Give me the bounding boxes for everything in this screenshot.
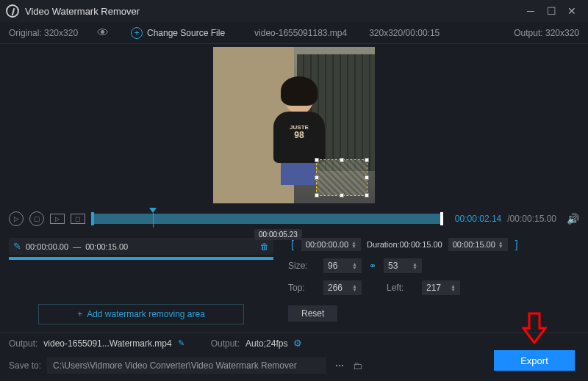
preview-toggle-icon[interactable]: 👁 — [97, 26, 109, 40]
save-to-label: Save to: — [9, 360, 41, 371]
watermark-selection-box[interactable] — [316, 159, 368, 196]
left-label: Left: — [387, 283, 415, 293]
titlebar: Video Watermark Remover ─ ☐ ✕ — [0, 0, 588, 22]
reset-button[interactable]: Reset — [288, 305, 337, 322]
change-source-button[interactable]: Change Source File — [147, 28, 225, 38]
aspect-lock-icon[interactable]: ⚭ — [369, 261, 376, 271]
brush-icon: ✎ — [13, 241, 21, 252]
next-frame-button[interactable]: ▢ — [71, 214, 85, 224]
segment-bar[interactable] — [9, 257, 273, 260]
close-button[interactable]: ✕ — [562, 5, 582, 17]
minimize-button[interactable]: ─ — [520, 5, 541, 17]
stop-button[interactable]: ▢ — [29, 211, 44, 226]
volume-icon[interactable]: 🔊 — [567, 213, 579, 225]
size-label: Size: — [288, 261, 316, 271]
left-input[interactable]: 217▲▼ — [422, 280, 460, 295]
total-time: /00:00:15.00 — [507, 214, 556, 224]
play-button[interactable]: ▷ — [9, 211, 24, 226]
output-dimensions: Output: 320x320 — [514, 28, 579, 38]
output-settings-icon[interactable]: ⚙ — [293, 338, 302, 349]
playback-controls: ▷ ▢ ▷ ▢ 00:00:02.14/00:00:15.00 🔊 — [0, 206, 588, 232]
plus-icon: + — [77, 309, 82, 319]
timeline-scrubber[interactable] — [91, 214, 443, 224]
preview-area: JUSTE98 — [0, 44, 588, 206]
prev-frame-button[interactable]: ▷ — [50, 214, 65, 224]
spinner-icon[interactable]: ▲▼ — [351, 241, 356, 248]
segment-row[interactable]: ✎ 00:00:00.00 — 00:00:15.00 🗑 — [9, 238, 273, 255]
output-format-value: Auto;24fps — [245, 338, 287, 349]
edit-output-name-icon[interactable]: ✎ — [178, 338, 184, 348]
segment-start: 00:00:00.00 — [26, 242, 68, 251]
annotation-arrow-icon — [522, 312, 547, 344]
range-start-input[interactable]: 00:00:00.00▲▼ — [301, 238, 361, 251]
open-folder-icon[interactable]: 🗀 — [353, 360, 362, 371]
plus-circle-icon[interactable]: + — [131, 27, 143, 39]
spinner-icon[interactable]: ▲▼ — [498, 241, 503, 248]
width-input[interactable]: 96▲▼ — [323, 258, 362, 273]
source-dimensions-duration: 320x320/00:00:15 — [369, 28, 440, 38]
range-end-input[interactable]: 00:00:15.00▲▼ — [448, 238, 508, 251]
maximize-button[interactable]: ☐ — [541, 5, 562, 17]
top-label: Top: — [288, 283, 316, 293]
output-file-label: Output: — [9, 338, 37, 349]
topbar: Original: 320x320 👁 + Change Source File… — [0, 22, 588, 44]
duration-label: Duration:00:00:15.00 — [365, 238, 444, 251]
top-input[interactable]: 266▲▼ — [323, 280, 362, 295]
app-logo-icon — [6, 4, 19, 18]
range-end-handle[interactable] — [440, 212, 443, 225]
playhead-tooltip: 00:00:05.23 — [254, 229, 302, 240]
range-start-handle[interactable] — [91, 212, 94, 225]
range-start-bracket-icon[interactable]: [ — [288, 239, 297, 250]
output-format-label: Output: — [211, 338, 240, 349]
current-time: 00:00:02.14 — [455, 214, 501, 224]
browse-path-button[interactable]: ⋯ — [332, 360, 347, 371]
source-filename: video-1655091183.mp4 — [254, 28, 347, 38]
original-dimensions: Original: 320x320 — [9, 28, 97, 38]
height-input[interactable]: 53▲▼ — [384, 258, 422, 273]
output-file-value: video-1655091...Watermark.mp4 — [43, 338, 171, 349]
add-watermark-area-button[interactable]: + Add watermark removing area — [38, 304, 244, 324]
video-preview[interactable]: JUSTE98 — [213, 47, 375, 203]
export-button[interactable]: Export — [494, 350, 575, 371]
save-path-input[interactable]: C:\Users\Vidmore Video Converter\Video W… — [47, 358, 326, 374]
segment-end: 00:00:15.00 — [85, 242, 128, 251]
delete-segment-icon[interactable]: 🗑 — [260, 242, 269, 252]
range-end-bracket-icon[interactable]: ] — [512, 239, 521, 250]
playhead[interactable] — [153, 208, 157, 228]
app-title: Video Watermark Remover — [25, 6, 520, 17]
